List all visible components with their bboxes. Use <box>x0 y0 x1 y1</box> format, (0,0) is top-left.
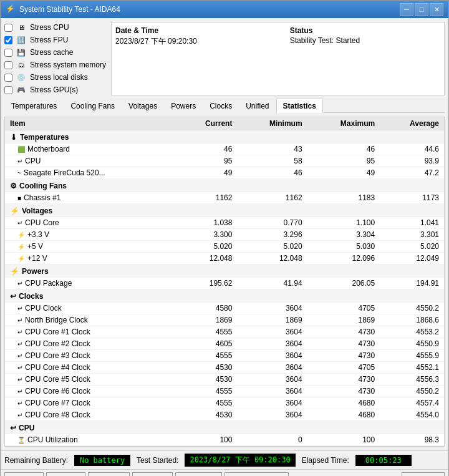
row-icon: ↵ <box>17 376 22 383</box>
table-row: ⏳CPU Utilization100010098.3 <box>5 434 444 446</box>
stress-cpu-label[interactable]: Stress CPU <box>30 23 69 32</box>
table-row: ⚡+12 V12.04812.04812.09612.049 <box>5 253 444 265</box>
col-current: Current <box>176 117 237 130</box>
row-current: 5.020 <box>176 241 237 253</box>
row-average: 194.91 <box>380 278 444 289</box>
row-icon: ↵ <box>17 341 22 347</box>
top-section: 🖥 Stress CPU 🔢 Stress FPU 💾 Stress cache… <box>4 22 445 95</box>
row-maximum: 4680 <box>307 397 380 409</box>
row-maximum: 4730 <box>307 326 380 338</box>
table-row: ↵CPU Core #1 Clock4555360447304553.2 <box>5 326 444 338</box>
stress-memory-checkbox[interactable] <box>4 61 12 69</box>
row-average: 4553.2 <box>380 326 444 338</box>
main-window: ⚡ System Stability Test - AIDA64 ─ □ ✕ 🖥… <box>0 0 449 476</box>
status-value: Stability Test: Started <box>290 36 440 47</box>
fpu-icon: 🔢 <box>16 35 26 45</box>
tab-cooling-fans[interactable]: Cooling Fans <box>64 99 122 113</box>
row-average: 4550.9 <box>380 338 444 350</box>
row-current: 1.038 <box>176 217 237 229</box>
row-icon: ⚡ <box>17 255 25 262</box>
row-label: ↵CPU Core #5 Clock <box>5 374 176 386</box>
save-button[interactable]: Save <box>132 472 173 476</box>
row-minimum: 43 <box>237 143 307 155</box>
row-icon: ■ <box>17 195 21 202</box>
clear-button[interactable]: Clear <box>88 472 130 476</box>
stress-cache-checkbox[interactable] <box>4 49 12 57</box>
cpuid-button[interactable]: CPUID <box>175 472 222 476</box>
stress-disks-checkbox[interactable] <box>4 74 12 82</box>
row-maximum: 4730 <box>307 350 380 362</box>
table-row: ↵CPU Core #7 Clock4555360446804557.4 <box>5 397 444 409</box>
test-started-value: 2023/8/27 下午 09:20:30 <box>185 454 295 467</box>
row-minimum: 12.048 <box>237 253 307 265</box>
stress-memory-label[interactable]: Stress system memory <box>30 61 106 69</box>
col-item: Item <box>5 117 176 130</box>
stress-cpu-checkbox[interactable] <box>4 24 12 32</box>
stress-fpu-row: 🔢 Stress FPU <box>4 34 106 46</box>
table-row: ↩Clocks <box>5 289 444 303</box>
row-minimum: 3604 <box>237 326 307 338</box>
row-minimum: 1162 <box>237 192 307 204</box>
battery-value: No battery <box>74 455 130 466</box>
row-maximum: 4730 <box>307 386 380 397</box>
row-label: ⏳CPU Utilization <box>5 434 176 446</box>
row-label: ■Chassis #1 <box>5 192 176 204</box>
minimize-button[interactable]: ─ <box>400 3 413 16</box>
close-button[interactable]: Close <box>402 472 445 476</box>
stress-cache-label[interactable]: Stress cache <box>30 48 73 57</box>
stress-disks-label[interactable]: Stress local disks <box>30 73 88 82</box>
row-minimum: 0 <box>237 434 307 446</box>
close-window-button[interactable]: ✕ <box>430 3 443 16</box>
row-average: 4555.9 <box>380 350 444 362</box>
tab-voltages[interactable]: Voltages <box>122 99 164 113</box>
table-row: 🟩Motherboard46434644.6 <box>5 143 444 155</box>
row-minimum: 3604 <box>237 386 307 397</box>
row-current: 12.048 <box>176 253 237 265</box>
row-maximum: 12.096 <box>307 253 380 265</box>
app-icon: ⚡ <box>6 4 16 14</box>
start-button[interactable]: Start <box>4 472 44 476</box>
row-average: 4557.4 <box>380 397 444 409</box>
maximize-button[interactable]: □ <box>415 3 428 16</box>
stress-cache-row: 💾 Stress cache <box>4 47 106 58</box>
section-label: Cooling Fans <box>19 182 67 190</box>
tab-unified[interactable]: Unified <box>239 99 276 113</box>
row-minimum: 3604 <box>237 362 307 374</box>
row-label: ⚡+12 V <box>5 253 176 265</box>
row-label: ↵North Bridge Clock <box>5 314 176 326</box>
row-maximum: 4705 <box>307 362 380 374</box>
tab-temperatures[interactable]: Temperatures <box>4 99 64 113</box>
stress-gpu-label[interactable]: Stress GPU(s) <box>30 85 78 94</box>
tab-powers[interactable]: Powers <box>164 99 203 113</box>
row-average: 47.2 <box>380 167 444 179</box>
datetime-value: 2023/8/27 下午 09:20:30 <box>115 36 278 47</box>
main-content: 🖥 Stress CPU 🔢 Stress FPU 💾 Stress cache… <box>1 18 448 450</box>
row-icon: ~ <box>17 170 21 177</box>
section-icon: ⚙ <box>10 182 17 190</box>
stress-gpu-checkbox[interactable] <box>4 86 12 94</box>
row-maximum: 1869 <box>307 314 380 326</box>
elapsed-label: Elapsed Time: <box>302 456 349 465</box>
row-current: 4555 <box>176 350 237 362</box>
row-icon: ↵ <box>17 364 22 371</box>
table-row: ↩CPU <box>5 421 444 434</box>
tab-clocks[interactable]: Clocks <box>203 99 239 113</box>
row-current: 195.62 <box>176 278 237 289</box>
stress-fpu-checkbox[interactable] <box>4 36 12 44</box>
datetime-label: Date & Time <box>115 26 278 35</box>
stop-button[interactable]: Stop <box>46 472 85 476</box>
tab-statistics[interactable]: Statistics <box>276 99 323 113</box>
row-average: 3.301 <box>380 229 444 241</box>
stress-fpu-label[interactable]: Stress FPU <box>30 36 68 44</box>
table-row: ↵CPU Core #5 Clock4530360447304556.3 <box>5 374 444 386</box>
row-maximum: 1.100 <box>307 217 380 229</box>
row-average: 1173 <box>380 192 444 204</box>
row-current: 46 <box>176 143 237 155</box>
row-icon: ↵ <box>17 317 22 324</box>
table-row: ■Chassis #11162116211831173 <box>5 192 444 204</box>
table-row: ↵CPU Core #4 Clock4530360447054552.1 <box>5 362 444 374</box>
table-row: ⚙Cooling Fans <box>5 179 444 192</box>
row-icon: ↵ <box>17 329 22 336</box>
preferences-button[interactable]: Preferences <box>224 472 289 476</box>
data-table-container[interactable]: Item Current Minimum Maximum Average 🌡Te… <box>4 117 445 447</box>
